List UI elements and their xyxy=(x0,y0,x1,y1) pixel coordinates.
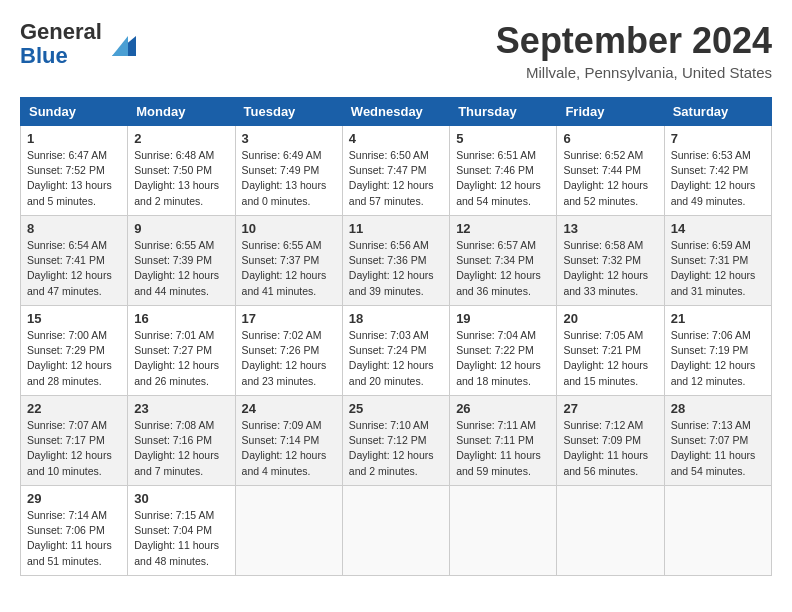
weekday-header-wednesday: Wednesday xyxy=(342,98,449,126)
calendar-week-row: 29Sunrise: 7:14 AMSunset: 7:06 PMDayligh… xyxy=(21,486,772,576)
day-detail: Sunrise: 7:14 AMSunset: 7:06 PMDaylight:… xyxy=(27,508,121,569)
title-block: September 2024 Millvale, Pennsylvania, U… xyxy=(496,20,772,81)
day-detail: Sunrise: 7:11 AMSunset: 7:11 PMDaylight:… xyxy=(456,418,550,479)
day-detail: Sunrise: 6:51 AMSunset: 7:46 PMDaylight:… xyxy=(456,148,550,209)
day-detail: Sunrise: 7:09 AMSunset: 7:14 PMDaylight:… xyxy=(242,418,336,479)
calendar-cell: 26Sunrise: 7:11 AMSunset: 7:11 PMDayligh… xyxy=(450,396,557,486)
day-number: 22 xyxy=(27,401,121,416)
day-detail: Sunrise: 6:58 AMSunset: 7:32 PMDaylight:… xyxy=(563,238,657,299)
calendar-week-row: 8Sunrise: 6:54 AMSunset: 7:41 PMDaylight… xyxy=(21,216,772,306)
calendar-cell xyxy=(557,486,664,576)
calendar-cell: 12Sunrise: 6:57 AMSunset: 7:34 PMDayligh… xyxy=(450,216,557,306)
calendar-cell: 5Sunrise: 6:51 AMSunset: 7:46 PMDaylight… xyxy=(450,126,557,216)
calendar-cell: 24Sunrise: 7:09 AMSunset: 7:14 PMDayligh… xyxy=(235,396,342,486)
day-detail: Sunrise: 7:05 AMSunset: 7:21 PMDaylight:… xyxy=(563,328,657,389)
calendar-cell: 29Sunrise: 7:14 AMSunset: 7:06 PMDayligh… xyxy=(21,486,128,576)
day-number: 18 xyxy=(349,311,443,326)
calendar-cell: 4Sunrise: 6:50 AMSunset: 7:47 PMDaylight… xyxy=(342,126,449,216)
calendar-cell: 14Sunrise: 6:59 AMSunset: 7:31 PMDayligh… xyxy=(664,216,771,306)
day-detail: Sunrise: 6:49 AMSunset: 7:49 PMDaylight:… xyxy=(242,148,336,209)
day-number: 16 xyxy=(134,311,228,326)
logo-icon xyxy=(106,26,142,62)
day-detail: Sunrise: 7:12 AMSunset: 7:09 PMDaylight:… xyxy=(563,418,657,479)
page-header: General Blue September 2024 Millvale, Pe… xyxy=(20,20,772,81)
day-number: 4 xyxy=(349,131,443,146)
calendar-cell: 19Sunrise: 7:04 AMSunset: 7:22 PMDayligh… xyxy=(450,306,557,396)
day-detail: Sunrise: 6:56 AMSunset: 7:36 PMDaylight:… xyxy=(349,238,443,299)
calendar-cell xyxy=(664,486,771,576)
logo: General Blue xyxy=(20,20,142,68)
day-number: 25 xyxy=(349,401,443,416)
calendar-cell: 15Sunrise: 7:00 AMSunset: 7:29 PMDayligh… xyxy=(21,306,128,396)
calendar-cell: 6Sunrise: 6:52 AMSunset: 7:44 PMDaylight… xyxy=(557,126,664,216)
calendar-week-row: 15Sunrise: 7:00 AMSunset: 7:29 PMDayligh… xyxy=(21,306,772,396)
calendar-cell: 10Sunrise: 6:55 AMSunset: 7:37 PMDayligh… xyxy=(235,216,342,306)
day-number: 21 xyxy=(671,311,765,326)
day-number: 30 xyxy=(134,491,228,506)
calendar-cell: 25Sunrise: 7:10 AMSunset: 7:12 PMDayligh… xyxy=(342,396,449,486)
day-detail: Sunrise: 7:04 AMSunset: 7:22 PMDaylight:… xyxy=(456,328,550,389)
logo-blue: Blue xyxy=(20,43,68,68)
calendar-cell: 13Sunrise: 6:58 AMSunset: 7:32 PMDayligh… xyxy=(557,216,664,306)
day-detail: Sunrise: 6:53 AMSunset: 7:42 PMDaylight:… xyxy=(671,148,765,209)
day-number: 11 xyxy=(349,221,443,236)
day-number: 20 xyxy=(563,311,657,326)
calendar-cell: 17Sunrise: 7:02 AMSunset: 7:26 PMDayligh… xyxy=(235,306,342,396)
calendar-cell: 27Sunrise: 7:12 AMSunset: 7:09 PMDayligh… xyxy=(557,396,664,486)
day-number: 6 xyxy=(563,131,657,146)
day-number: 13 xyxy=(563,221,657,236)
calendar-cell xyxy=(342,486,449,576)
day-detail: Sunrise: 6:50 AMSunset: 7:47 PMDaylight:… xyxy=(349,148,443,209)
day-detail: Sunrise: 7:08 AMSunset: 7:16 PMDaylight:… xyxy=(134,418,228,479)
calendar-cell: 23Sunrise: 7:08 AMSunset: 7:16 PMDayligh… xyxy=(128,396,235,486)
weekday-header-monday: Monday xyxy=(128,98,235,126)
calendar-cell: 20Sunrise: 7:05 AMSunset: 7:21 PMDayligh… xyxy=(557,306,664,396)
day-detail: Sunrise: 6:55 AMSunset: 7:37 PMDaylight:… xyxy=(242,238,336,299)
day-detail: Sunrise: 7:07 AMSunset: 7:17 PMDaylight:… xyxy=(27,418,121,479)
calendar-cell: 3Sunrise: 6:49 AMSunset: 7:49 PMDaylight… xyxy=(235,126,342,216)
day-detail: Sunrise: 6:55 AMSunset: 7:39 PMDaylight:… xyxy=(134,238,228,299)
day-number: 1 xyxy=(27,131,121,146)
calendar-table: SundayMondayTuesdayWednesdayThursdayFrid… xyxy=(20,97,772,576)
day-number: 14 xyxy=(671,221,765,236)
logo-general: General xyxy=(20,19,102,44)
calendar-cell: 30Sunrise: 7:15 AMSunset: 7:04 PMDayligh… xyxy=(128,486,235,576)
day-detail: Sunrise: 6:59 AMSunset: 7:31 PMDaylight:… xyxy=(671,238,765,299)
day-detail: Sunrise: 6:47 AMSunset: 7:52 PMDaylight:… xyxy=(27,148,121,209)
day-number: 2 xyxy=(134,131,228,146)
day-number: 9 xyxy=(134,221,228,236)
day-detail: Sunrise: 7:03 AMSunset: 7:24 PMDaylight:… xyxy=(349,328,443,389)
day-detail: Sunrise: 7:00 AMSunset: 7:29 PMDaylight:… xyxy=(27,328,121,389)
day-number: 17 xyxy=(242,311,336,326)
weekday-header-row: SundayMondayTuesdayWednesdayThursdayFrid… xyxy=(21,98,772,126)
calendar-cell: 8Sunrise: 6:54 AMSunset: 7:41 PMDaylight… xyxy=(21,216,128,306)
calendar-cell: 28Sunrise: 7:13 AMSunset: 7:07 PMDayligh… xyxy=(664,396,771,486)
day-number: 15 xyxy=(27,311,121,326)
weekday-header-saturday: Saturday xyxy=(664,98,771,126)
calendar-cell: 22Sunrise: 7:07 AMSunset: 7:17 PMDayligh… xyxy=(21,396,128,486)
calendar-cell: 16Sunrise: 7:01 AMSunset: 7:27 PMDayligh… xyxy=(128,306,235,396)
day-number: 29 xyxy=(27,491,121,506)
day-detail: Sunrise: 6:54 AMSunset: 7:41 PMDaylight:… xyxy=(27,238,121,299)
day-detail: Sunrise: 7:06 AMSunset: 7:19 PMDaylight:… xyxy=(671,328,765,389)
day-number: 12 xyxy=(456,221,550,236)
day-number: 3 xyxy=(242,131,336,146)
day-detail: Sunrise: 7:15 AMSunset: 7:04 PMDaylight:… xyxy=(134,508,228,569)
calendar-cell: 2Sunrise: 6:48 AMSunset: 7:50 PMDaylight… xyxy=(128,126,235,216)
calendar-cell: 18Sunrise: 7:03 AMSunset: 7:24 PMDayligh… xyxy=(342,306,449,396)
day-number: 27 xyxy=(563,401,657,416)
day-number: 19 xyxy=(456,311,550,326)
weekday-header-friday: Friday xyxy=(557,98,664,126)
calendar-cell: 7Sunrise: 6:53 AMSunset: 7:42 PMDaylight… xyxy=(664,126,771,216)
day-detail: Sunrise: 6:57 AMSunset: 7:34 PMDaylight:… xyxy=(456,238,550,299)
month-title: September 2024 xyxy=(496,20,772,62)
day-number: 23 xyxy=(134,401,228,416)
day-detail: Sunrise: 6:48 AMSunset: 7:50 PMDaylight:… xyxy=(134,148,228,209)
day-number: 24 xyxy=(242,401,336,416)
weekday-header-thursday: Thursday xyxy=(450,98,557,126)
calendar-week-row: 1Sunrise: 6:47 AMSunset: 7:52 PMDaylight… xyxy=(21,126,772,216)
calendar-cell xyxy=(450,486,557,576)
calendar-cell: 11Sunrise: 6:56 AMSunset: 7:36 PMDayligh… xyxy=(342,216,449,306)
day-detail: Sunrise: 6:52 AMSunset: 7:44 PMDaylight:… xyxy=(563,148,657,209)
day-detail: Sunrise: 7:13 AMSunset: 7:07 PMDaylight:… xyxy=(671,418,765,479)
